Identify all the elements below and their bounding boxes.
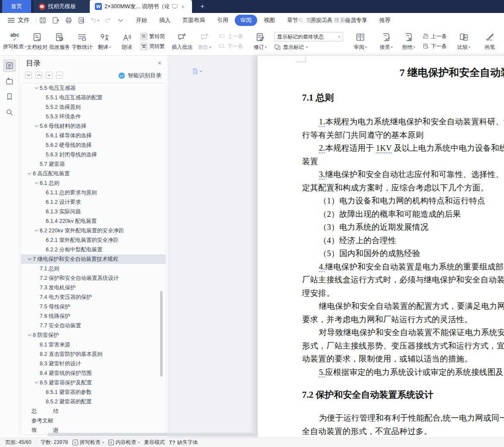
rail-toc-button[interactable] (3, 59, 16, 72)
toc-item[interactable]: 6.1.3 实际问题 (21, 207, 166, 216)
toc-item[interactable]: 8.5 避雷器保护及配置 (21, 378, 166, 387)
delete-comment-button[interactable]: 删除▾ (193, 28, 216, 55)
command-search-box[interactable]: 查找命令、搜索模板 (298, 16, 356, 24)
word-count-button[interactable]: 字数统计 (71, 28, 93, 55)
redo-button[interactable] (102, 15, 113, 25)
menu-tab-recommend[interactable]: 推荐 (374, 15, 396, 26)
file-menu-button[interactable]: 文件 (0, 16, 36, 24)
missing-fonts-indicator[interactable]: T? 缺失字体 (169, 439, 198, 446)
spell-check-toggle[interactable]: × 拼写检查▾ (72, 439, 104, 446)
compare-button[interactable]: 比较▾ (453, 28, 475, 55)
rail-section-button[interactable] (3, 75, 16, 88)
compat-mode-indicator[interactable]: 兼容模式 (144, 439, 165, 446)
toc-expand-all-button[interactable] (25, 72, 32, 79)
toc-item[interactable]: 7.3 发电机保护 (21, 283, 166, 292)
toc-collapse-all-button[interactable] (35, 72, 42, 79)
toc-zoom-out-button[interactable]: − (56, 72, 63, 79)
read-aloud-button[interactable]: 朗读 (116, 28, 138, 55)
undo-button[interactable]: ▾ (89, 15, 100, 25)
toc-item[interactable]: 5.6.2 硬母线的选择 (21, 140, 166, 150)
toc-item[interactable]: 8 防雷保护 (21, 330, 166, 340)
toc-item[interactable]: 7.1 总则 (21, 264, 166, 273)
menu-tab-page-layout[interactable]: 页面布局 (177, 15, 211, 26)
track-changes-button[interactable]: 修订▾ (249, 28, 271, 55)
chevron-down-icon[interactable] (26, 172, 33, 175)
toc-zoom-in-button[interactable]: + (46, 72, 53, 79)
reject-button[interactable]: 拒绝▾ (397, 28, 420, 55)
toc-item[interactable]: 5.5.3 环境条件 (21, 112, 166, 121)
toc-item[interactable]: 6.1 总则 (21, 178, 166, 188)
close-tab-icon[interactable]: × (181, 3, 185, 10)
menu-tab-insert[interactable]: 插入 (154, 15, 176, 26)
show-markup-button[interactable]: 显示标记▾ (274, 44, 343, 51)
toc-item[interactable]: 8.5.2 避雷器的配置 (21, 397, 166, 406)
doc-proof-button[interactable]: 文档校对 (26, 28, 48, 55)
review-pane-button[interactable]: 审阅▾ (349, 28, 372, 55)
toc-item[interactable]: 5.6.3 封闭母线的选择 (21, 150, 166, 159)
toc-scrollbar[interactable] (160, 291, 163, 377)
chevron-down-icon[interactable] (33, 182, 40, 184)
toc-item[interactable]: 8.4 避雷线的保护范围 (21, 368, 166, 378)
next-comment-button[interactable]: 下一条 (218, 43, 243, 50)
trad-to-simp-button[interactable]: 简 繁转简 (141, 33, 165, 40)
toc-item[interactable]: 7.2 保护和安全自动装置系统设计 (21, 273, 166, 283)
chevron-down-icon[interactable] (33, 229, 40, 232)
toc-item[interactable]: 7.5 母线保护 (21, 302, 166, 311)
tab-home[interactable]: 首页 (2, 0, 31, 13)
next-change-button[interactable]: 下一条 (422, 43, 447, 50)
toc-item[interactable]: 总 结 (21, 406, 166, 416)
prev-change-button[interactable]: 上一条 (422, 33, 447, 40)
toc-item[interactable]: 5.5.1 电压互感器的配置 (21, 93, 166, 102)
print-preview-button[interactable] (76, 15, 87, 25)
menu-tab-start[interactable]: 开始 (130, 15, 153, 26)
output-button[interactable] (50, 15, 61, 25)
toc-item[interactable]: 5.5 电压互感器 (21, 83, 166, 93)
rail-bookmark-button[interactable] (3, 90, 16, 103)
toc-item[interactable]: 5.7 避雷器 (21, 159, 166, 169)
content-check-toggle[interactable]: 内容检查▾ (108, 439, 140, 446)
prev-comment-button[interactable]: 上一条 (218, 33, 243, 40)
print-button[interactable] (63, 15, 74, 25)
smart-recognize-button[interactable]: 智能识别目录 (118, 72, 161, 79)
toc-item[interactable]: 6.2.2 分相中型配电装置 (21, 245, 166, 254)
accept-button[interactable]: 接受▾ (375, 28, 397, 55)
toc-item[interactable]: 6 高压配电装置 (21, 169, 166, 178)
toc-item[interactable]: 8.2 直击雷防护的基本原则 (21, 349, 166, 359)
chevron-down-icon[interactable] (33, 87, 40, 89)
close-toc-panel-icon[interactable]: × (158, 59, 161, 67)
markup-state-select[interactable]: 显示标记的最终状态▾ (274, 32, 343, 41)
toc-item[interactable]: 5.5.2 选择原则 (21, 102, 166, 112)
cast-screen-icon[interactable] (172, 4, 178, 9)
toc-item[interactable]: 6.1.2 设计要求 (21, 197, 166, 207)
toc-item[interactable]: 8.3 避雷针的设计 (21, 359, 166, 368)
toc-item[interactable]: 7.4 电力变压器的保护 (21, 292, 166, 302)
chevron-down-icon[interactable] (33, 381, 40, 384)
simp-to-trad-button[interactable]: 繁 简转繁 (141, 43, 165, 50)
toc-item[interactable]: 7.7 安全自动装置 (21, 321, 166, 330)
toc-item[interactable]: 8.1 雷害来源 (21, 340, 166, 349)
word-count-indicator[interactable]: 字数: 23978 (41, 439, 68, 446)
tab-docer[interactable]: 找稻壳模板 (34, 0, 90, 13)
correction-service-button[interactable]: 批改服务 (48, 28, 71, 55)
toc-item[interactable]: 5.6.1 裸导体的选择 (21, 131, 166, 140)
toc-item[interactable]: 6.1.1 总的要求与原则 (21, 188, 166, 197)
save-button[interactable] (37, 15, 48, 25)
rail-search-button[interactable] (3, 106, 16, 119)
spell-check-button[interactable]: abc✓ 拼写检查▾ (3, 28, 26, 55)
menu-tab-view[interactable]: 视图 (258, 15, 280, 26)
toc-item-selected[interactable]: 7 继电保护和安全自动装置技术规程 (21, 254, 166, 264)
brush-button[interactable]: 画笔 (479, 28, 501, 55)
horizontal-scrollbar[interactable] (47, 433, 258, 436)
menu-tab-review[interactable]: 审阅 (235, 15, 257, 26)
chevron-down-icon[interactable] (26, 258, 33, 260)
toc-item[interactable]: 参考文献 (21, 416, 166, 425)
toc-item[interactable]: 6.2 220kv 室外配电装置的安全净距 (21, 226, 166, 235)
toc-item[interactable]: 6.1.4 220kv 配电装置 (21, 216, 166, 226)
tab-document[interactable]: W 2×300MW发... 说明书（论文） × (90, 0, 192, 13)
menu-tab-references[interactable]: 引用 (211, 15, 234, 26)
new-tab-button[interactable]: + (197, 2, 208, 11)
toc-item[interactable]: 5.6 母线材料的选择 (21, 121, 166, 131)
chevron-down-icon[interactable] (33, 125, 40, 127)
chevron-down-icon[interactable] (26, 334, 33, 336)
toc-item[interactable]: 6.2.1 室外配电装置的安全净距 (21, 235, 166, 245)
